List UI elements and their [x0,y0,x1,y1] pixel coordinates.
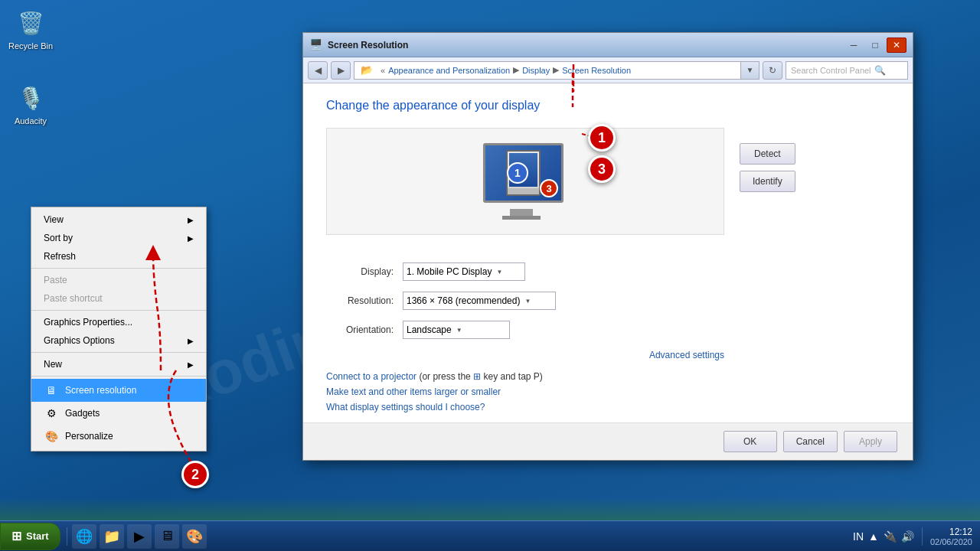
display-settings-link[interactable]: What display settings should I choose? [326,402,890,412]
identify-button[interactable]: Identify [740,171,795,192]
address-bar: ◀ ▶ 📂 « Appearance and Personalization ▶… [303,57,913,83]
gadgets-icon: ⚙ [44,406,59,421]
taskbar-folder-icon[interactable]: 📁 [100,524,124,549]
recycle-bin-icon: 🗑️ [15,8,46,38]
personalize-icon: 🎨 [44,429,59,444]
clock-time: 12:12 [930,527,972,537]
resolution-dropdown-arrow-icon: ▼ [524,298,531,305]
orientation-dropdown[interactable]: Landscape ▼ [403,321,510,339]
ctx-personalize[interactable]: 🎨 Personalize [31,425,206,448]
taskbar-right-area: IN ▲ 🔌 🔊 12:12 02/06/2020 [853,527,980,546]
forward-button[interactable]: ▶ [331,61,351,80]
display-row: Display: 1. Mobile PC Display ▼ [326,262,890,281]
monitor-graphic: 1 3 [475,143,575,220]
resolution-dropdown[interactable]: 1366 × 768 (recommended) ▼ [403,292,556,310]
ctx-refresh[interactable]: Refresh [31,247,206,266]
start-button[interactable]: ⊞ Start [0,523,60,550]
audacity-icon: 🎙️ [15,83,46,113]
display-dropdown[interactable]: 1. Mobile PC Display ▼ [403,262,525,281]
clock-area: 12:12 02/06/2020 [930,527,972,546]
view-arrow-icon: ▶ [188,216,194,224]
screen-resolution-icon: 🖥 [44,383,59,398]
search-icon: 🔍 [874,65,886,76]
projector-link[interactable]: Connect to a projector (or press the ⊞ k… [326,371,890,382]
resolution-label: Resolution: [326,295,403,306]
orientation-row: Orientation: Landscape ▼ [326,321,890,339]
breadcrumb-folder-icon: 📂 [361,64,373,76]
step-1-badge: 1 [588,124,616,152]
breadcrumb-display[interactable]: Display [522,66,550,75]
window-title: Screen Resolution [328,40,842,51]
systray-network-icon: 🔌 [884,530,897,543]
ctx-paste[interactable]: Paste [31,271,206,289]
monitor-screen: 1 3 [483,143,564,203]
maximize-button[interactable]: □ [865,37,885,53]
ctx-screen-resolution[interactable]: 🖥 Screen resolution [31,379,206,402]
ctx-new[interactable]: New ▶ [31,355,206,373]
monitor-action-buttons: Detect Identify [740,143,795,192]
links-section: Connect to a projector (or press the ⊞ k… [326,371,890,412]
orientation-dropdown-arrow-icon: ▼ [456,327,462,334]
orientation-label: Orientation: [326,324,403,335]
recycle-bin-label: Recycle Bin [8,41,53,51]
audacity-label: Audacity [15,116,47,126]
monitor-base [502,216,541,220]
projector-link-row: Connect to a projector (or press the ⊞ k… [326,371,890,382]
page-title: Change the appearance of your display [326,99,890,112]
sort-arrow-icon: ▶ [188,234,194,243]
cancel-button[interactable]: Cancel [783,431,838,452]
window-footer: OK Cancel Apply [303,422,913,460]
monitor-display-area: 1 3 [326,128,724,235]
separator-3 [31,352,206,353]
step-2-badge: 2 [181,461,209,488]
taskbar-ie-icon[interactable]: 🌐 [72,524,96,549]
text-size-link[interactable]: Make text and other items larger or smal… [326,386,890,397]
new-arrow-icon: ▶ [188,360,194,369]
context-menu: View ▶ Sort by ▶ Refresh Paste Paste sho… [31,207,207,452]
title-bar: 🖥️ Screen Resolution ─ □ ✕ [303,33,913,57]
monitor-badge-1: 1 [507,162,528,184]
systray-arrow-icon[interactable]: ▲ [868,530,879,543]
systray-volume-icon[interactable]: 🔊 [901,530,914,543]
grass-decoration [0,497,980,520]
advanced-settings-link[interactable]: Advanced settings [326,350,724,360]
separator-1 [31,268,206,269]
display-label: Display: [326,266,403,277]
minimize-button[interactable]: ─ [844,37,864,53]
taskbar-separator-1 [67,527,67,546]
taskbar-paint-icon[interactable]: 🎨 [182,524,207,549]
separator-4 [31,376,206,377]
taskbar-media-icon[interactable]: ▶ [127,524,152,549]
taskbar-desktop-icon[interactable]: 🖥 [155,524,179,549]
address-dropdown-button[interactable]: ▼ [741,61,760,80]
clock-date: 02/06/2020 [930,537,972,546]
taskbar: ⊞ Start 🌐 📁 ▶ 🖥 🎨 IN ▲ 🔌 🔊 12:12 02/06/2… [0,520,980,551]
graphics-arrow-icon: ▶ [188,337,194,345]
ctx-view[interactable]: View ▶ [31,210,206,229]
resolution-row: Resolution: 1366 × 768 (recommended) ▼ [326,292,890,310]
breadcrumb-appearance[interactable]: Appearance and Personalization [388,66,510,75]
window-icon: 🖥️ [309,38,323,52]
refresh-nav-button[interactable]: ↻ [763,61,782,80]
desktop: itkoding itkoding itkoding 🗑️ Recycle Bi… [0,0,980,551]
breadcrumb-current[interactable]: Screen Resolution [562,66,631,75]
back-button[interactable]: ◀ [308,61,328,80]
ctx-gadgets[interactable]: ⚙ Gadgets [31,402,206,425]
desktop-icon-recycle-bin[interactable]: 🗑️ Recycle Bin [4,8,57,51]
monitor-badge-3: 3 [540,179,558,197]
ctx-graphics-options[interactable]: Graphics Options ▶ [31,331,206,350]
ctx-graphics-properties[interactable]: Graphics Properties... [31,313,206,331]
ctx-sort-by[interactable]: Sort by ▶ [31,229,206,247]
search-box[interactable]: Search Control Panel 🔍 [786,61,908,80]
detect-button[interactable]: Detect [740,143,795,165]
close-button[interactable]: ✕ [887,37,906,53]
desktop-icon-audacity[interactable]: 🎙️ Audacity [4,83,57,126]
separator-2 [31,310,206,311]
screen-resolution-window: 🖥️ Screen Resolution ─ □ ✕ ◀ ▶ 📂 « Appea… [302,32,913,461]
apply-button[interactable]: Apply [844,431,897,452]
taskbar-separator-2 [922,527,923,546]
windows-logo-icon: ⊞ [11,529,21,543]
ctx-paste-shortcut[interactable]: Paste shortcut [31,289,206,308]
search-placeholder: Search Control Panel [791,66,871,75]
ok-button[interactable]: OK [724,431,777,452]
